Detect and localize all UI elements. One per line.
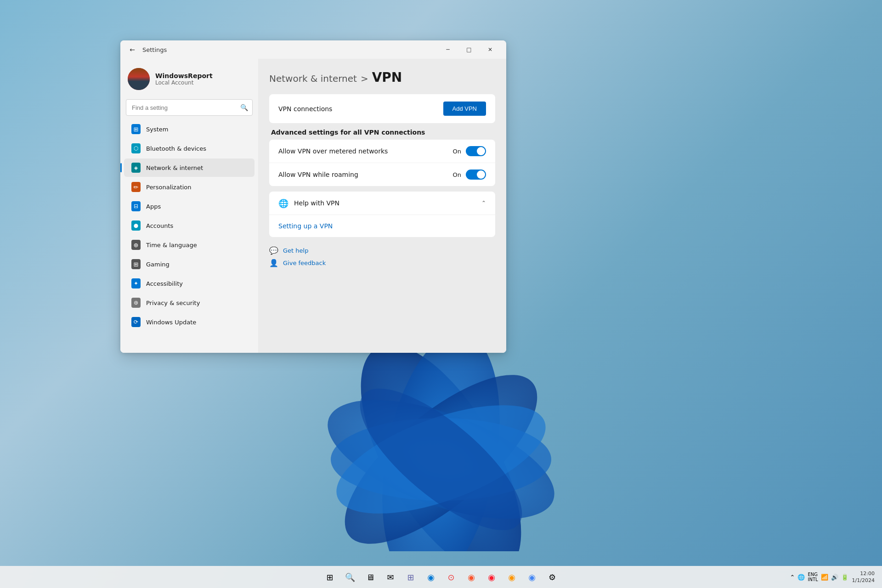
- sidebar-item-bluetooth[interactable]: ⬡ Bluetooth & devices: [124, 139, 254, 158]
- sidebar-label-time: Time & language: [146, 242, 197, 249]
- sidebar-item-windowsupdate[interactable]: ⟳ Windows Update: [124, 313, 254, 331]
- taskbar-edge-button[interactable]: ◉: [422, 568, 440, 586]
- taskbar: ⊞ 🔍 🖥 ✉ ⊞ ◉ ⊙ ◉ ◉ ◉ ◉ ⚙ ⌃ 🌐 ENGINTL 📶 🔊 …: [0, 566, 882, 588]
- toggle-state-roaming: On: [453, 171, 461, 178]
- setting-up-vpn-link[interactable]: Setting up a VPN: [278, 220, 486, 232]
- sidebar-label-personalization: Personalization: [146, 184, 192, 191]
- vpn-connections-card: VPN connections Add VPN: [269, 94, 495, 123]
- help-vpn-body: Setting up a VPN: [269, 215, 495, 237]
- bluetooth-icon: ⬡: [131, 143, 141, 153]
- toggle-right-roaming: On: [453, 170, 486, 180]
- title-bar: ← Settings ─ □ ✕: [120, 40, 506, 59]
- toggle-row-roaming: Allow VPN while roaming On: [269, 163, 495, 186]
- taskbar-teams-button[interactable]: ⊞: [401, 568, 420, 586]
- profile-info: WindowsReport Local Account: [155, 72, 213, 86]
- avatar-image: [128, 68, 150, 90]
- taskbar-firefox-button[interactable]: ◉: [503, 568, 521, 586]
- tray-wifi-icon: 📶: [821, 574, 828, 581]
- add-vpn-button[interactable]: Add VPN: [443, 102, 486, 116]
- taskbar-date-value: 1/1/2024: [852, 577, 875, 584]
- maximize-button[interactable]: □: [458, 42, 480, 57]
- bottom-links: 💬 Get help 👤 Give feedback: [269, 244, 495, 269]
- sidebar-item-time[interactable]: ⊕ Time & language: [124, 236, 254, 254]
- page-header: Network & internet > VPN: [269, 70, 495, 85]
- tray-lang: ENGINTL: [808, 572, 818, 582]
- give-feedback-link[interactable]: Give feedback: [283, 260, 326, 266]
- sidebar-label-accessibility: Accessibility: [146, 280, 183, 287]
- toggle-state-metered: On: [453, 148, 461, 155]
- profile-role: Local Account: [155, 79, 213, 86]
- toggle-label-roaming: Allow VPN while roaming: [278, 171, 358, 178]
- get-help-link[interactable]: Get help: [283, 247, 308, 254]
- window-controls: ─ □ ✕: [437, 42, 501, 57]
- page-title: VPN: [372, 70, 402, 85]
- vpn-connections-row: VPN connections Add VPN: [269, 94, 495, 123]
- sidebar-item-accessibility[interactable]: ✦ Accessibility: [124, 274, 254, 293]
- toggle-right-metered: On: [453, 146, 486, 156]
- breadcrumb-separator: >: [361, 73, 368, 84]
- back-button[interactable]: ←: [126, 43, 139, 56]
- tray-lang-text: ENGINTL: [808, 572, 818, 582]
- settings-body: WindowsReport Local Account 🔍 ⊞ System ⬡: [120, 59, 506, 353]
- taskbar-taskview-button[interactable]: 🖥: [361, 568, 379, 586]
- help-vpn-card: 🌐 Help with VPN ⌃ Setting up a VPN: [269, 192, 495, 237]
- toggle-row-metered: Allow VPN over metered networks On: [269, 140, 495, 163]
- toggle-label-metered: Allow VPN over metered networks: [278, 147, 388, 155]
- taskbar-opera-button[interactable]: ◉: [482, 568, 501, 586]
- gaming-icon: ⊞: [131, 259, 141, 269]
- accounts-icon: ●: [131, 220, 141, 231]
- chevron-up-icon: ⌃: [481, 200, 486, 206]
- system-icon: ⊞: [131, 124, 141, 134]
- help-globe-icon: 🌐: [278, 198, 288, 208]
- taskbar-tray: ⌃ 🌐 ENGINTL 📶 🔊 🔋: [790, 572, 848, 582]
- time-icon: ⊕: [131, 240, 141, 250]
- content-area: Network & internet > VPN VPN connections…: [258, 59, 506, 353]
- sidebar-label-windowsupdate: Windows Update: [146, 319, 196, 326]
- profile-section[interactable]: WindowsReport Local Account: [120, 62, 258, 97]
- sidebar-item-network[interactable]: ◈ Network & internet: [124, 158, 254, 177]
- tray-battery-icon: 🔋: [841, 574, 848, 581]
- taskbar-mail-button[interactable]: ✉: [381, 568, 400, 586]
- toggle-roaming[interactable]: [466, 170, 486, 180]
- minimize-button[interactable]: ─: [437, 42, 458, 57]
- settings-window: ← Settings ─ □ ✕ WindowsReport Local Acc…: [120, 40, 506, 353]
- breadcrumb-parent[interactable]: Network & internet: [269, 73, 357, 84]
- advanced-section-title: Advanced settings for all VPN connection…: [269, 129, 495, 136]
- sidebar-item-accounts[interactable]: ● Accounts: [124, 216, 254, 235]
- sidebar-item-personalization[interactable]: ✏ Personalization: [124, 178, 254, 196]
- profile-name: WindowsReport: [155, 72, 213, 79]
- taskbar-chrome-button[interactable]: ◉: [523, 568, 541, 586]
- tray-network-icon: 🌐: [797, 574, 805, 581]
- taskbar-time[interactable]: 12:00 1/1/2024: [852, 570, 875, 584]
- search-input[interactable]: [126, 99, 253, 116]
- get-help-icon: 💬: [269, 246, 278, 255]
- tray-chevron-icon[interactable]: ⌃: [790, 574, 795, 581]
- close-button[interactable]: ✕: [480, 42, 501, 57]
- sidebar-item-system[interactable]: ⊞ System: [124, 120, 254, 138]
- tray-volume-icon: 🔊: [831, 574, 838, 581]
- window-title: Settings: [142, 46, 434, 53]
- taskbar-start-button[interactable]: ⊞: [321, 568, 339, 586]
- sidebar-label-privacy: Privacy & security: [146, 300, 200, 306]
- toggle-metered[interactable]: [466, 146, 486, 156]
- sidebar-label-gaming: Gaming: [146, 261, 170, 268]
- give-feedback-icon: 👤: [269, 259, 278, 267]
- taskbar-brave-button[interactable]: ◉: [462, 568, 481, 586]
- taskbar-settings-button[interactable]: ⚙: [543, 568, 561, 586]
- vpn-connections-label: VPN connections: [278, 105, 332, 113]
- taskbar-vivaldi-button[interactable]: ⊙: [442, 568, 460, 586]
- sidebar-item-privacy[interactable]: ⊛ Privacy & security: [124, 294, 254, 312]
- sidebar-item-gaming[interactable]: ⊞ Gaming: [124, 255, 254, 273]
- personalization-icon: ✏: [131, 182, 141, 192]
- help-vpn-header[interactable]: 🌐 Help with VPN ⌃: [269, 192, 495, 215]
- advanced-settings-card: Allow VPN over metered networks On Allow…: [269, 140, 495, 186]
- accessibility-icon: ✦: [131, 278, 141, 288]
- sidebar-item-apps[interactable]: ⊟ Apps: [124, 197, 254, 215]
- give-feedback-item: 👤 Give feedback: [269, 259, 495, 267]
- search-icon: 🔍: [240, 104, 248, 111]
- taskbar-search-button[interactable]: 🔍: [341, 568, 359, 586]
- taskbar-center: ⊞ 🔍 🖥 ✉ ⊞ ◉ ⊙ ◉ ◉ ◉ ◉ ⚙: [321, 568, 561, 586]
- sidebar-label-accounts: Accounts: [146, 222, 173, 229]
- taskbar-right: ⌃ 🌐 ENGINTL 📶 🔊 🔋 12:00 1/1/2024: [790, 570, 875, 584]
- sidebar-label-network: Network & internet: [146, 164, 203, 171]
